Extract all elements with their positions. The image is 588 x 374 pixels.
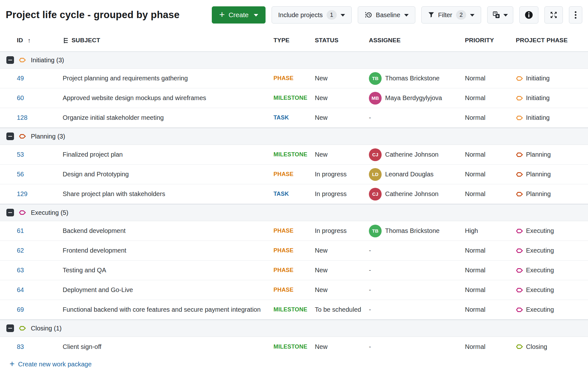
- filter-button[interactable]: Filter 2: [421, 6, 481, 24]
- work-package-status[interactable]: New: [315, 267, 369, 274]
- assignee-name[interactable]: Thomas Brickstone: [385, 75, 439, 82]
- work-package-subject[interactable]: Client sign-off: [63, 343, 273, 350]
- assignee-empty[interactable]: -: [369, 306, 371, 313]
- work-package-subject[interactable]: Finalized project plan: [63, 151, 273, 158]
- table-row[interactable]: 60 Approved website design mockups and w…: [0, 88, 588, 108]
- collapse-group-button[interactable]: [6, 324, 14, 332]
- work-package-project-phase[interactable]: Planning: [516, 151, 588, 158]
- work-package-priority[interactable]: Normal: [465, 190, 516, 198]
- work-package-type[interactable]: MILESTONE: [273, 95, 315, 101]
- column-header-project-phase[interactable]: PROJECT PHASE: [516, 37, 588, 44]
- assignee-empty[interactable]: -: [369, 114, 371, 121]
- create-new-work-package-link[interactable]: + Create new work package: [10, 360, 92, 368]
- work-package-id-link[interactable]: 61: [17, 227, 24, 234]
- work-package-subject[interactable]: Organize initial stakeholder meeting: [63, 114, 273, 121]
- table-row[interactable]: 69 Functional backend with core features…: [0, 300, 588, 320]
- work-package-priority[interactable]: Normal: [465, 306, 516, 313]
- assignee-empty[interactable]: -: [369, 267, 371, 274]
- view-settings-button[interactable]: [487, 6, 513, 24]
- work-package-id-link[interactable]: 129: [17, 190, 27, 197]
- work-package-project-phase[interactable]: Planning: [516, 171, 588, 178]
- work-package-priority[interactable]: Normal: [465, 151, 516, 158]
- work-package-project-phase[interactable]: Planning: [516, 190, 588, 198]
- work-package-project-phase[interactable]: Executing: [516, 247, 588, 254]
- work-package-status[interactable]: New: [315, 75, 369, 82]
- info-button[interactable]: [519, 6, 538, 24]
- work-package-status[interactable]: New: [315, 114, 369, 121]
- work-package-status[interactable]: New: [315, 343, 369, 350]
- work-package-project-phase[interactable]: Initiating: [516, 75, 588, 82]
- create-button[interactable]: + Create: [212, 6, 266, 24]
- collapse-group-button[interactable]: [6, 209, 14, 216]
- work-package-subject[interactable]: Project planning and requirements gather…: [63, 75, 273, 82]
- assignee-name[interactable]: Catherine Johnson: [385, 190, 439, 198]
- work-package-status[interactable]: New: [315, 286, 369, 294]
- table-row[interactable]: 63 Testing and QA PHASE New - Normal Exe…: [0, 261, 588, 280]
- work-package-project-phase[interactable]: Executing: [516, 286, 588, 294]
- work-package-id-link[interactable]: 83: [17, 343, 24, 350]
- table-row[interactable]: 64 Deployment and Go-Live PHASE New - No…: [0, 280, 588, 300]
- work-package-project-phase[interactable]: Executing: [516, 267, 588, 274]
- column-header-status[interactable]: STATUS: [315, 37, 369, 44]
- work-package-id-link[interactable]: 49: [17, 75, 24, 82]
- work-package-id-link[interactable]: 63: [17, 267, 24, 274]
- work-package-subject[interactable]: Share project plan with stakeholders: [63, 190, 273, 198]
- column-header-subject[interactable]: SUBJECT: [63, 37, 273, 44]
- work-package-priority[interactable]: Normal: [465, 171, 516, 178]
- assignee-empty[interactable]: -: [369, 247, 371, 254]
- work-package-status[interactable]: New: [315, 94, 369, 102]
- work-package-type[interactable]: MILESTONE: [273, 151, 315, 158]
- work-package-priority[interactable]: Normal: [465, 267, 516, 274]
- work-package-priority[interactable]: Normal: [465, 75, 516, 82]
- fullscreen-button[interactable]: [544, 6, 563, 24]
- column-header-id[interactable]: ID ↑: [0, 37, 63, 44]
- work-package-type[interactable]: PHASE: [273, 287, 315, 293]
- work-package-priority[interactable]: Normal: [465, 94, 516, 102]
- work-package-status[interactable]: In progress: [315, 227, 369, 235]
- table-row[interactable]: 62 Frontend development PHASE New - Norm…: [0, 241, 588, 261]
- work-package-priority[interactable]: High: [465, 227, 516, 235]
- work-package-subject[interactable]: Frontend development: [63, 247, 273, 254]
- work-package-priority[interactable]: Normal: [465, 286, 516, 294]
- table-row[interactable]: 56 Design and Prototyping PHASE In progr…: [0, 165, 588, 184]
- work-package-type[interactable]: MILESTONE: [273, 306, 315, 313]
- work-package-priority[interactable]: Normal: [465, 114, 516, 121]
- column-header-type[interactable]: TYPE: [273, 37, 315, 44]
- table-row[interactable]: 83 Client sign-off MILESTONE New - Norma…: [0, 337, 588, 357]
- work-package-type[interactable]: PHASE: [273, 75, 315, 82]
- work-package-project-phase[interactable]: Closing: [516, 343, 588, 350]
- table-row[interactable]: 128 Organize initial stakeholder meeting…: [0, 108, 588, 128]
- work-package-project-phase[interactable]: Executing: [516, 227, 588, 235]
- more-options-button[interactable]: [569, 6, 582, 24]
- work-package-subject[interactable]: Approved website design mockups and wire…: [63, 94, 273, 102]
- table-row[interactable]: 49 Project planning and requirements gat…: [0, 69, 588, 88]
- assignee-name[interactable]: Leonard Douglas: [385, 171, 433, 178]
- work-package-project-phase[interactable]: Initiating: [516, 114, 588, 121]
- baseline-button[interactable]: Baseline: [358, 6, 415, 24]
- work-package-type[interactable]: MILESTONE: [273, 343, 315, 350]
- work-package-id-link[interactable]: 69: [17, 306, 24, 313]
- work-package-id-link[interactable]: 128: [17, 114, 27, 121]
- work-package-id-link[interactable]: 60: [17, 94, 24, 101]
- assignee-empty[interactable]: -: [369, 343, 371, 350]
- work-package-type[interactable]: TASK: [273, 191, 315, 197]
- work-package-status[interactable]: New: [315, 247, 369, 254]
- work-package-subject[interactable]: Backend development: [63, 227, 273, 235]
- work-package-id-link[interactable]: 62: [17, 247, 24, 254]
- table-row[interactable]: 53 Finalized project plan MILESTONE New …: [0, 145, 588, 165]
- work-package-type[interactable]: TASK: [273, 114, 315, 121]
- work-package-status[interactable]: In progress: [315, 190, 369, 198]
- assignee-name[interactable]: Catherine Johnson: [385, 151, 439, 158]
- work-package-type[interactable]: PHASE: [273, 267, 315, 274]
- assignee-name[interactable]: Maya Berdygylyjova: [385, 94, 442, 102]
- work-package-subject[interactable]: Deployment and Go-Live: [63, 286, 273, 294]
- work-package-priority[interactable]: Normal: [465, 343, 516, 350]
- work-package-status[interactable]: New: [315, 151, 369, 158]
- work-package-subject[interactable]: Testing and QA: [63, 267, 273, 274]
- work-package-type[interactable]: PHASE: [273, 228, 315, 234]
- work-package-subject[interactable]: Functional backend with core features an…: [63, 306, 273, 313]
- work-package-id-link[interactable]: 53: [17, 151, 24, 158]
- work-package-status[interactable]: To be scheduled: [315, 306, 369, 313]
- work-package-type[interactable]: PHASE: [273, 171, 315, 178]
- work-package-status[interactable]: In progress: [315, 171, 369, 178]
